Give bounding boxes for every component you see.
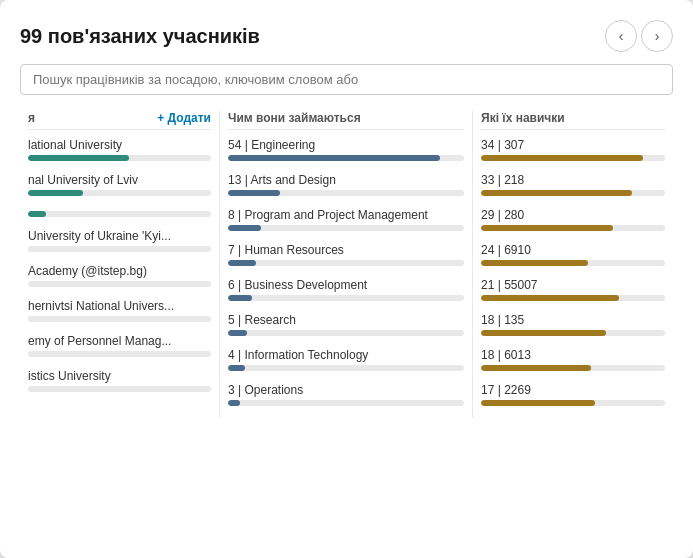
columns: я + Додати lational University nal Unive… [20, 111, 673, 418]
col3-bar-fill-5 [481, 330, 606, 336]
col3-bar-fill-4 [481, 295, 619, 301]
col3-bar-4 [481, 295, 665, 301]
col2-item-7[interactable]: 3 | Operations [228, 383, 464, 406]
col3-bar-fill-3 [481, 260, 588, 266]
col1-bar-1 [28, 190, 211, 196]
col3-label-3: 24 | 6910 [481, 243, 665, 257]
next-button[interactable]: › [641, 20, 673, 52]
col1-item-0[interactable]: lational University [28, 138, 211, 161]
col2-label-7: 3 | Operations [228, 383, 464, 397]
col2-item-1[interactable]: 13 | Arts and Design [228, 173, 464, 196]
col2-label-2: 8 | Program and Project Management [228, 208, 464, 222]
col3-bar-fill-1 [481, 190, 632, 196]
col2-bar-fill-7 [228, 400, 240, 406]
col1-item-4[interactable]: Academy (@itstep.bg) [28, 264, 211, 287]
col1-bar-3 [28, 246, 211, 252]
col3-label-6: 18 | 6013 [481, 348, 665, 362]
col3-item-6[interactable]: 18 | 6013 [481, 348, 665, 371]
col2-bar-fill-2 [228, 225, 261, 231]
col3-label-5: 18 | 135 [481, 313, 665, 327]
col3-bar-fill-0 [481, 155, 643, 161]
col3-item-2[interactable]: 29 | 280 [481, 208, 665, 231]
col2-bar-1 [228, 190, 464, 196]
col2-bar-7 [228, 400, 464, 406]
col2-bar-2 [228, 225, 464, 231]
col2-item-4[interactable]: 6 | Business Development [228, 278, 464, 301]
col2-bar-fill-0 [228, 155, 440, 161]
col2-bar-6 [228, 365, 464, 371]
col2-label-6: 4 | Information Technology [228, 348, 464, 362]
col3-bar-6 [481, 365, 665, 371]
col1-label-1: nal University of Lviv [28, 173, 211, 187]
col3-label-0: 34 | 307 [481, 138, 665, 152]
col2-bar-fill-4 [228, 295, 252, 301]
col3-bar-fill-6 [481, 365, 591, 371]
add-button[interactable]: + Додати [157, 111, 211, 125]
col3-item-5[interactable]: 18 | 135 [481, 313, 665, 336]
col2-label-3: 7 | Human Resources [228, 243, 464, 257]
col3-item-3[interactable]: 24 | 6910 [481, 243, 665, 266]
col2-header-label: Чим вони займаються [228, 111, 361, 125]
col2-bar-4 [228, 295, 464, 301]
prev-button[interactable]: ‹ [605, 20, 637, 52]
col2-bar-fill-1 [228, 190, 280, 196]
col1-label-4: Academy (@itstep.bg) [28, 264, 211, 278]
col1-item-6[interactable]: emy of Personnel Manag... [28, 334, 211, 357]
col3-item-4[interactable]: 21 | 55007 [481, 278, 665, 301]
col3-item-7[interactable]: 17 | 2269 [481, 383, 665, 406]
col2-header: Чим вони займаються [228, 111, 464, 130]
col1-bar-6 [28, 351, 211, 357]
col3-label-1: 33 | 218 [481, 173, 665, 187]
col1-label-3: University of Ukraine 'Kyi... [28, 229, 211, 243]
col2-item-0[interactable]: 54 | Engineering [228, 138, 464, 161]
col2-bar-3 [228, 260, 464, 266]
col1-header-label: я [28, 111, 35, 125]
col-skills: Які їх навички 34 | 307 33 | 218 29 | 28… [473, 111, 673, 418]
col3-header-label: Які їх навички [481, 111, 565, 125]
col-activities: Чим вони займаються 54 | Engineering 13 … [220, 111, 473, 418]
search-input[interactable] [20, 64, 673, 95]
col2-label-5: 5 | Research [228, 313, 464, 327]
col1-item-7[interactable]: istics University [28, 369, 211, 392]
col2-bar-fill-3 [228, 260, 256, 266]
main-card: 99 пов'язаних учасників ‹ › я + Додати l… [0, 0, 693, 558]
col3-bar-fill-7 [481, 400, 595, 406]
col3-header: Які їх навички [481, 111, 665, 130]
col1-header: я + Додати [28, 111, 211, 130]
col2-item-5[interactable]: 5 | Research [228, 313, 464, 336]
col1-item-5[interactable]: hernivtsi National Univers... [28, 299, 211, 322]
col3-bar-0 [481, 155, 665, 161]
col2-item-2[interactable]: 8 | Program and Project Management [228, 208, 464, 231]
col1-label-0: lational University [28, 138, 211, 152]
col3-bar-2 [481, 225, 665, 231]
col2-item-3[interactable]: 7 | Human Resources [228, 243, 464, 266]
col3-item-1[interactable]: 33 | 218 [481, 173, 665, 196]
nav-buttons: ‹ › [605, 20, 673, 52]
col3-bar-3 [481, 260, 665, 266]
page-title: 99 пов'язаних учасників [20, 25, 260, 48]
col1-bar-7 [28, 386, 211, 392]
col2-label-0: 54 | Engineering [228, 138, 464, 152]
col2-bar-fill-6 [228, 365, 245, 371]
col1-bar-fill-2 [28, 211, 46, 217]
col2-label-1: 13 | Arts and Design [228, 173, 464, 187]
col3-bar-7 [481, 400, 665, 406]
col3-bar-fill-2 [481, 225, 613, 231]
col-participants: я + Додати lational University nal Unive… [20, 111, 220, 418]
col1-bar-fill-0 [28, 155, 129, 161]
col1-bar-5 [28, 316, 211, 322]
col3-bar-1 [481, 190, 665, 196]
col1-item-3[interactable]: University of Ukraine 'Kyi... [28, 229, 211, 252]
col3-item-0[interactable]: 34 | 307 [481, 138, 665, 161]
col1-bar-fill-1 [28, 190, 83, 196]
col1-bar-2 [28, 211, 211, 217]
col3-label-7: 17 | 2269 [481, 383, 665, 397]
col1-item-2[interactable] [28, 208, 211, 217]
col3-label-4: 21 | 55007 [481, 278, 665, 292]
col1-bar-4 [28, 281, 211, 287]
col2-item-6[interactable]: 4 | Information Technology [228, 348, 464, 371]
col3-bar-5 [481, 330, 665, 336]
col1-label-5: hernivtsi National Univers... [28, 299, 211, 313]
col1-item-1[interactable]: nal University of Lviv [28, 173, 211, 196]
col1-label-6: emy of Personnel Manag... [28, 334, 211, 348]
